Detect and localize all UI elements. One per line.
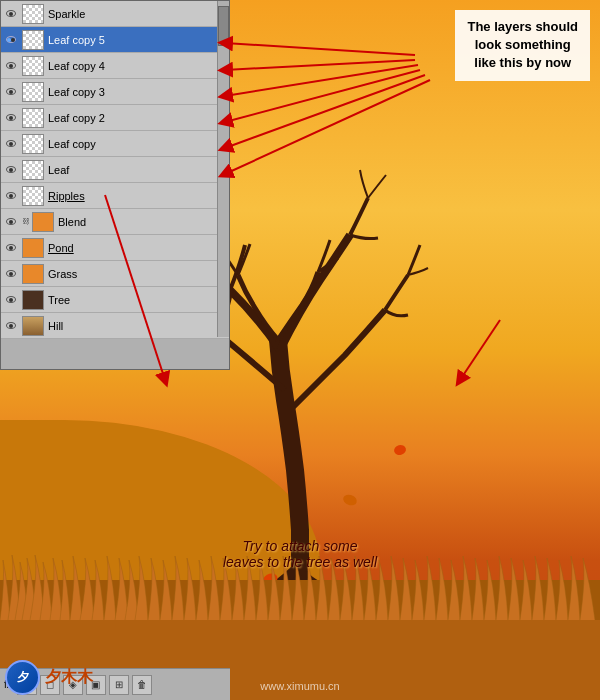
layer-leaf-copy-2[interactable]: Leaf copy 2	[1, 105, 229, 131]
eye-icon-leaf-copy-3[interactable]	[3, 84, 19, 100]
thumb-ripples	[22, 186, 44, 206]
layer-ripples[interactable]: Ripples	[1, 183, 229, 209]
link-icon-blend: ⛓	[22, 217, 30, 226]
thumb-leaf-copy-5	[22, 30, 44, 50]
eye-icon-hill[interactable]	[3, 318, 19, 334]
svg-point-1	[342, 493, 359, 507]
layer-grass[interactable]: Grass	[1, 261, 229, 287]
layer-grass-label: Grass	[48, 268, 227, 280]
thumb-leaf-copy-3	[22, 82, 44, 102]
info-line2: look something	[475, 37, 571, 52]
eye-icon-leaf-copy-5[interactable]	[3, 32, 19, 48]
info-line1: The layers should	[467, 19, 578, 34]
layer-leaf-copy[interactable]: Leaf copy	[1, 131, 229, 157]
eye-icon-ripples[interactable]	[3, 188, 19, 204]
eye-icon-tree[interactable]	[3, 292, 19, 308]
bottom-text-line2: leaves to the tree as well	[0, 554, 600, 570]
eye-icon-leaf-copy-4[interactable]	[3, 58, 19, 74]
watermark: www.ximumu.cn	[260, 680, 339, 692]
logo-text: 夕木木	[45, 667, 93, 688]
eye-icon-leaf-copy-2[interactable]	[3, 110, 19, 126]
layer-leaf-copy-4[interactable]: Leaf copy 4	[1, 53, 229, 79]
eye-icon-leaf[interactable]	[3, 162, 19, 178]
logo-area: 夕 夕木木	[5, 660, 93, 695]
layer-leaf-copy-label: Leaf copy	[48, 138, 227, 150]
eye-icon-sparkle[interactable]	[3, 6, 19, 22]
layers-panel: Sparkle Leaf copy 5 Leaf copy 4 Leaf cop…	[0, 0, 230, 370]
new-layer-button[interactable]: ⊞	[109, 675, 129, 695]
layer-hill[interactable]: Hill	[1, 313, 229, 339]
eye-icon-leaf-copy[interactable]	[3, 136, 19, 152]
layer-leaf-copy-5-label: Leaf copy 5	[48, 34, 227, 46]
layer-tree[interactable]: Tree	[1, 287, 229, 313]
layer-sparkle-label: Sparkle	[48, 8, 227, 20]
layer-leaf-copy-3[interactable]: Leaf copy 3	[1, 79, 229, 105]
layer-sparkle[interactable]: Sparkle	[1, 1, 229, 27]
layer-leaf-copy-2-label: Leaf copy 2	[48, 112, 227, 124]
logo-circle: 夕	[5, 660, 40, 695]
layer-leaf-label: Leaf	[48, 164, 227, 176]
info-line3: like this by now	[474, 55, 571, 70]
eye-icon-blend[interactable]	[3, 214, 19, 230]
thumb-leaf-copy-2	[22, 108, 44, 128]
layer-hill-label: Hill	[48, 320, 227, 332]
layer-leaf-copy-3-label: Leaf copy 3	[48, 86, 227, 98]
info-box: The layers should look something like th…	[455, 10, 590, 81]
thumb-blend	[32, 212, 54, 232]
thumb-grass	[22, 264, 44, 284]
delete-layer-button[interactable]: 🗑	[132, 675, 152, 695]
thumb-leaf-copy	[22, 134, 44, 154]
layer-leaf[interactable]: Leaf	[1, 157, 229, 183]
thumb-sparkle	[22, 4, 44, 24]
layers-scrollbar[interactable]	[217, 1, 229, 337]
layer-leaf-copy-4-label: Leaf copy 4	[48, 60, 227, 72]
layer-pond[interactable]: Pond	[1, 235, 229, 261]
bottom-text: Try to attach some leaves to the tree as…	[0, 538, 600, 570]
scrollbar-thumb[interactable]	[218, 6, 229, 46]
layer-blend-label: Blend	[58, 216, 227, 228]
bottom-text-line1: Try to attach some	[0, 538, 600, 554]
eye-icon-pond[interactable]	[3, 240, 19, 256]
thumb-tree	[22, 290, 44, 310]
layer-tree-label: Tree	[48, 294, 227, 306]
layer-pond-label: Pond	[48, 242, 227, 254]
layer-leaf-copy-5[interactable]: Leaf copy 5	[1, 27, 229, 53]
layer-blend[interactable]: ⛓ Blend	[1, 209, 229, 235]
thumb-leaf-copy-4	[22, 56, 44, 76]
thumb-leaf	[22, 160, 44, 180]
eye-icon-grass[interactable]	[3, 266, 19, 282]
thumb-hill	[22, 316, 44, 336]
svg-point-2	[393, 444, 407, 457]
thumb-pond	[22, 238, 44, 258]
layer-ripples-label: Ripples	[48, 190, 227, 202]
main-container: Sparkle Leaf copy 5 Leaf copy 4 Leaf cop…	[0, 0, 600, 700]
